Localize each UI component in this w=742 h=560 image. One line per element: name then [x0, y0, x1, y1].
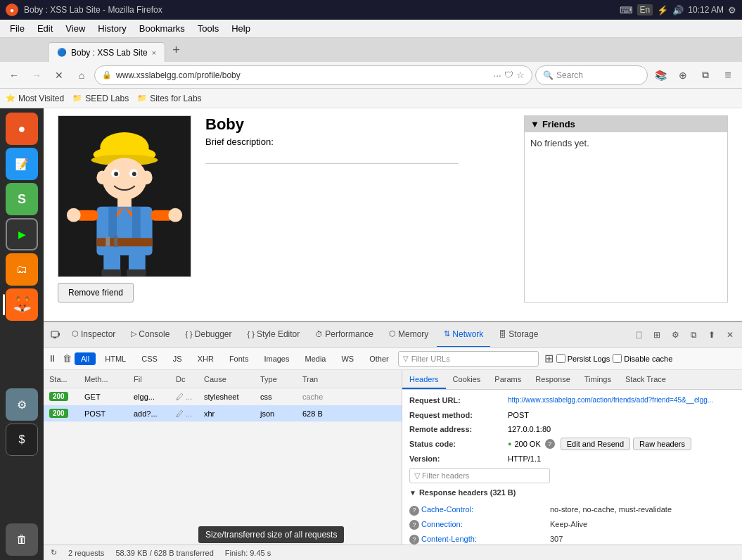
svg-rect-28: [127, 269, 146, 276]
synced-tabs-button[interactable]: ⊕: [673, 65, 693, 85]
waterfall-icon[interactable]: ⊞: [544, 352, 554, 365]
bookmark-seed-labs[interactable]: 📁 SEED Labs: [72, 94, 129, 103]
filter-other[interactable]: Other: [363, 352, 395, 365]
bookmark-star-icon[interactable]: 🛡: [504, 70, 513, 80]
status-info-icon[interactable]: ?: [545, 439, 555, 449]
app-icon-editor[interactable]: 📝: [6, 148, 38, 180]
network-rows: 200 GET elgg... 🖊 ... stylesheet css cac…: [44, 388, 402, 545]
detail-tab-cookies[interactable]: Cookies: [446, 370, 488, 389]
response-headers-section[interactable]: ▼ Response headers (321 B): [409, 486, 735, 499]
rh-info-icon-0[interactable]: ?: [409, 506, 419, 516]
filter-all[interactable]: All: [75, 352, 96, 365]
keyboard-icon: ⌨: [620, 5, 633, 15]
sidebar-toggle-button[interactable]: ⧉: [696, 65, 715, 85]
pause-recording-button[interactable]: ⏸: [48, 353, 57, 364]
new-tab-button[interactable]: +: [169, 43, 183, 58]
menu-tools[interactable]: Tools: [192, 21, 224, 36]
devtools-split-console-icon[interactable]: ⎕: [631, 327, 646, 343]
devtools-settings-icon[interactable]: ⚙: [667, 327, 683, 343]
home-button[interactable]: ⌂: [72, 65, 91, 85]
devtools-tab-console[interactable]: ▷ Console: [124, 322, 177, 348]
devtools-undock-icon[interactable]: ⬆: [704, 327, 719, 343]
devtools-tab-network[interactable]: ⇅ Network: [437, 322, 490, 348]
status-green-dot: ●: [508, 439, 511, 450]
ubuntu-app-icon: ●: [18, 122, 26, 136]
app-icon-files[interactable]: 🗂: [6, 253, 38, 286]
library-button[interactable]: 📚: [651, 65, 670, 85]
rh-info-icon-2[interactable]: ?: [409, 535, 419, 545]
app-icon-terminal[interactable]: ▶: [6, 218, 38, 250]
devtools-tab-debugger[interactable]: { } Debugger: [178, 322, 238, 348]
devtools-tab-style-editor[interactable]: { } Style Editor: [241, 322, 307, 348]
network-row-0[interactable]: 200 GET elgg... 🖊 ... stylesheet css cac…: [44, 388, 402, 405]
disable-cache-label[interactable]: Disable cache: [613, 354, 672, 363]
app-icon-s[interactable]: S: [6, 183, 38, 215]
detail-tab-stack-trace[interactable]: Stack Trace: [618, 370, 673, 389]
detail-tab-headers[interactable]: Headers: [402, 370, 446, 389]
app-icon-terminal2[interactable]: $: [6, 424, 38, 456]
detail-tab-timings[interactable]: Timings: [577, 370, 618, 389]
reload-stop-button[interactable]: ✕: [49, 65, 69, 85]
filter-css[interactable]: CSS: [135, 352, 164, 365]
network-icon: ⇅: [444, 329, 450, 338]
debugger-icon: { }: [185, 330, 192, 338]
filter-media[interactable]: Media: [298, 352, 332, 365]
filter-js[interactable]: JS: [167, 352, 188, 365]
rh-item-1: ? Connection: Keep-Alive: [409, 517, 735, 532]
network-row-1[interactable]: 200 POST add?... 🖊 ... xhr json 628 B: [44, 405, 402, 422]
app-icon-firefox[interactable]: 🦊: [6, 288, 38, 321]
clear-requests-button[interactable]: 🗑: [63, 353, 72, 364]
filter-url-input[interactable]: ▽ Filter URLs: [398, 351, 539, 367]
devtools-pick-element-icon[interactable]: ⊞: [649, 327, 665, 343]
settings-icon[interactable]: ⚙: [728, 5, 736, 15]
devtools-responsive-icon[interactable]: [48, 327, 63, 343]
network-list-panel: Sta... Meth... Fil Dc Cause Type Tran: [44, 370, 402, 545]
app-icon-ubuntu[interactable]: ●: [6, 113, 38, 145]
filter-headers-input[interactable]: ▽ Filter headers: [409, 468, 550, 483]
bookmark-add-icon[interactable]: ☆: [516, 70, 525, 80]
search-bar[interactable]: 🔍 Search: [535, 65, 648, 85]
raw-headers-button[interactable]: Raw headers: [633, 438, 691, 450]
back-button[interactable]: ←: [4, 65, 24, 85]
devtools-tab-memory[interactable]: ⬡ Memory: [382, 322, 435, 348]
tab-close-button[interactable]: ×: [152, 49, 156, 57]
devtools-tab-storage[interactable]: 🗄 Storage: [492, 322, 545, 348]
filter-html[interactable]: HTML: [98, 352, 132, 365]
bookmark-most-visited[interactable]: ⭐ Most Visited: [6, 94, 64, 103]
bookmark-sites-for-labs[interactable]: 📁 Sites for Labs: [137, 94, 201, 103]
svg-point-24: [168, 208, 182, 222]
edit-resend-button[interactable]: Edit and Resend: [561, 438, 630, 450]
app-icon-trash[interactable]: 🗑: [6, 523, 38, 556]
menu-bookmarks[interactable]: Bookmarks: [134, 21, 191, 36]
detail-tab-response[interactable]: Response: [528, 370, 577, 389]
disable-cache-checkbox[interactable]: [613, 354, 622, 363]
filter-fonts[interactable]: Fonts: [223, 352, 255, 365]
open-menu-button[interactable]: ≡: [718, 65, 738, 85]
menu-edit[interactable]: Edit: [32, 21, 58, 36]
more-icon[interactable]: ···: [493, 70, 501, 81]
active-tab[interactable]: 🔵 Boby : XSS Lab Site ×: [48, 42, 165, 62]
svg-point-8: [114, 172, 118, 176]
remove-friend-button[interactable]: Remove friend: [58, 283, 134, 303]
svg-point-9: [132, 172, 136, 176]
menu-view[interactable]: View: [60, 21, 91, 36]
filter-xhr[interactable]: XHR: [191, 352, 220, 365]
menu-history[interactable]: History: [92, 21, 132, 36]
devtools-dock-icon[interactable]: ⧉: [686, 327, 701, 343]
forward-button[interactable]: →: [27, 65, 46, 85]
menu-help[interactable]: Help: [226, 21, 256, 36]
detail-tab-params[interactable]: Params: [487, 370, 528, 389]
filter-images[interactable]: Images: [257, 352, 295, 365]
address-bar[interactable]: 🔒 www.xsslabelgg.com/profile/boby ··· 🛡 …: [94, 65, 532, 85]
filter-ws[interactable]: WS: [335, 352, 360, 365]
devtools-close-icon[interactable]: ✕: [722, 327, 738, 343]
devtools-tab-performance[interactable]: ⏱ Performance: [308, 322, 380, 348]
persist-logs-label[interactable]: Persist Logs: [556, 354, 610, 363]
tooltip-box: Size/transferred size of all requests: [198, 526, 344, 543]
rh-info-icon-1[interactable]: ?: [409, 520, 419, 530]
app-icon-settings[interactable]: ⚙: [6, 388, 38, 421]
persist-logs-checkbox[interactable]: [556, 354, 565, 363]
nav-extra: 📚 ⊕ ⧉ ≡: [651, 65, 738, 85]
devtools-tab-inspector[interactable]: ⬡ Inspector: [65, 322, 122, 348]
menu-file[interactable]: File: [4, 21, 30, 36]
